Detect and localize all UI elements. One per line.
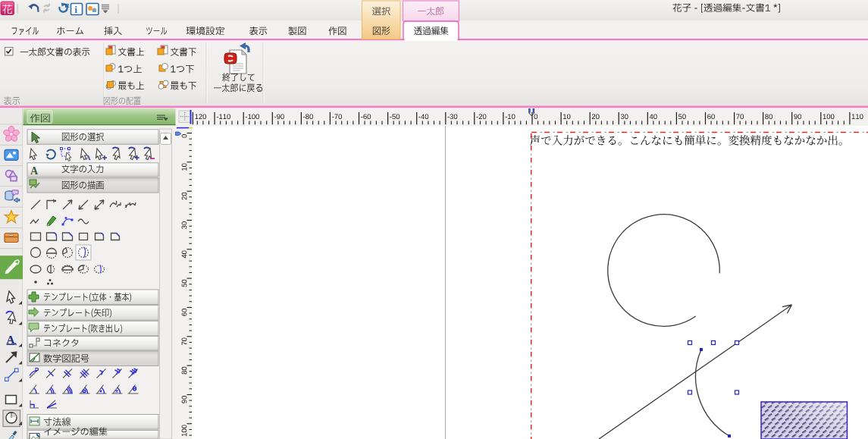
svg-text:R: R xyxy=(65,2,70,9)
svg-text:A: A xyxy=(86,154,91,161)
svg-text:A: A xyxy=(7,334,15,346)
svg-text:A: A xyxy=(30,165,39,177)
